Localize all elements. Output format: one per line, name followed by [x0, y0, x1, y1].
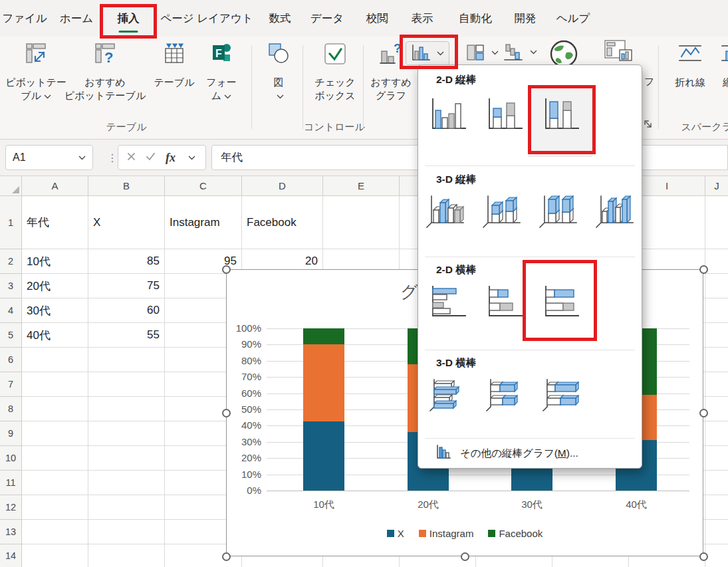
chart-resize-handle[interactable]: [699, 409, 708, 417]
menu-tab-10[interactable]: 開発: [515, 0, 537, 37]
cell-A7[interactable]: [22, 372, 88, 397]
insert-statistic-chart-button[interactable]: [503, 42, 537, 62]
cell-B7[interactable]: [88, 372, 165, 397]
col-header-C[interactable]: C: [165, 176, 242, 196]
chart-type-bar2d-clustered[interactable]: [426, 281, 469, 322]
chart-type-col3d-column[interactable]: [594, 190, 636, 231]
bar-segment-Facebook-10代[interactable]: [303, 328, 344, 344]
col-header-D[interactable]: D: [242, 176, 323, 196]
cell-A8[interactable]: [22, 397, 88, 421]
menu-tab-4[interactable]: ページ レイアウト: [160, 0, 253, 37]
menu-tab-1[interactable]: ファイル: [2, 0, 47, 37]
cell-D1[interactable]: Facebook: [242, 196, 323, 249]
pivottable-button[interactable]: ピボットテーブル: [7, 40, 65, 136]
cell-B13[interactable]: [88, 520, 165, 544]
cell-J8[interactable]: [705, 397, 728, 421]
chart-type-bar3d-100[interactable]: [539, 374, 582, 415]
name-box[interactable]: A1: [5, 145, 93, 170]
chart-resize-handle[interactable]: [222, 552, 231, 561]
chart-legend[interactable]: XInstagramFacebook: [227, 528, 703, 539]
menu-tab-5[interactable]: 数式: [269, 0, 291, 37]
cell-J14[interactable]: [705, 544, 728, 567]
cell-J12[interactable]: [705, 495, 728, 520]
cell-A3[interactable]: 20代: [22, 274, 88, 298]
cell-J13[interactable]: [705, 520, 728, 544]
cell-E1[interactable]: [323, 196, 400, 249]
chart-resize-handle[interactable]: [222, 409, 231, 417]
cell-A5[interactable]: 40代: [22, 323, 88, 348]
row-header-2[interactable]: 2: [0, 249, 22, 274]
pivotchart-button[interactable]: [602, 38, 634, 66]
select-all-button[interactable]: [0, 176, 22, 196]
chart-type-bar3d-clustered[interactable]: [426, 374, 469, 415]
cell-J4[interactable]: [705, 298, 728, 323]
cell-B8[interactable]: [88, 397, 165, 421]
more-column-charts-item[interactable]: その他の縦棒グラフ(M)...: [418, 441, 642, 465]
cell-B5[interactable]: 55: [88, 323, 165, 348]
legend-item-Instagram[interactable]: Instagram: [419, 528, 474, 539]
row-header-10[interactable]: 10: [0, 446, 22, 471]
chart-resize-handle[interactable]: [461, 552, 469, 561]
enter-icon[interactable]: [146, 152, 156, 164]
chart-type-bar2d-stacked[interactable]: [483, 281, 525, 322]
chart-type-col3d-100[interactable]: [537, 190, 580, 231]
row-header-6[interactable]: 6: [0, 348, 22, 372]
cell-B4[interactable]: 60: [88, 298, 165, 323]
illustrations-button[interactable]: 図: [259, 40, 298, 136]
cell-A2[interactable]: 10代: [22, 249, 88, 274]
cell-J7[interactable]: [705, 372, 728, 397]
cell-J2[interactable]: [705, 249, 728, 274]
chart-type-bar3d-stacked[interactable]: [483, 374, 525, 415]
chart-resize-handle[interactable]: [699, 552, 708, 561]
row-header-11[interactable]: 11: [0, 471, 22, 495]
row-header-4[interactable]: 4: [0, 298, 22, 323]
cell-J3[interactable]: [705, 274, 728, 298]
row-header-14[interactable]: 14: [0, 544, 22, 567]
legend-item-X[interactable]: X: [387, 528, 404, 539]
chart-type-col2d-clustered[interactable]: [426, 94, 469, 135]
chart-resize-handle[interactable]: [222, 265, 231, 274]
row-header-5[interactable]: 5: [0, 323, 22, 348]
cell-A14[interactable]: [22, 544, 88, 567]
cell-A10[interactable]: [22, 446, 88, 471]
cell-A4[interactable]: 30代: [22, 298, 88, 323]
formula-bar-grip[interactable]: ⋮: [107, 145, 118, 170]
cell-B1[interactable]: X: [88, 196, 165, 249]
row-header-8[interactable]: 8: [0, 397, 22, 421]
cell-B11[interactable]: [88, 471, 165, 495]
cell-J10[interactable]: [705, 446, 728, 471]
cell-A12[interactable]: [22, 495, 88, 520]
menu-tab-7[interactable]: 校閲: [366, 0, 388, 37]
cell-B3[interactable]: 75: [88, 274, 165, 298]
cell-B2[interactable]: 85: [88, 249, 165, 274]
charts-dialog-launcher-icon[interactable]: [644, 120, 653, 129]
chart-type-col3d-clustered[interactable]: [424, 190, 467, 231]
cell-B6[interactable]: [88, 348, 165, 372]
cell-A6[interactable]: [22, 348, 88, 372]
cell-J6[interactable]: [705, 348, 728, 372]
col-header-J[interactable]: J: [705, 176, 728, 196]
forms-button[interactable]: F フォーム: [201, 40, 242, 136]
cell-B10[interactable]: [88, 446, 165, 471]
cell-B9[interactable]: [88, 421, 165, 446]
cell-A11[interactable]: [22, 471, 88, 495]
row-header-12[interactable]: 12: [0, 495, 22, 520]
cell-B14[interactable]: [88, 544, 165, 567]
row-header-3[interactable]: 3: [0, 274, 22, 298]
row-header-13[interactable]: 13: [0, 520, 22, 544]
menu-tab-9[interactable]: 自動化: [459, 0, 492, 37]
cell-A9[interactable]: [22, 421, 88, 446]
bar-segment-X-10代[interactable]: [303, 421, 344, 491]
legend-item-Facebook[interactable]: Facebook: [488, 528, 543, 539]
row-header-7[interactable]: 7: [0, 372, 22, 397]
col-header-E[interactable]: E: [323, 176, 400, 196]
cell-A13[interactable]: [22, 520, 88, 544]
row-header-1[interactable]: 1: [0, 196, 22, 249]
table-button[interactable]: テーブル: [149, 40, 199, 136]
cell-A1[interactable]: 年代: [22, 196, 88, 249]
cell-J1[interactable]: [705, 196, 728, 249]
bar-segment-Instagram-10代[interactable]: [303, 344, 344, 421]
chart-type-col2d-stacked[interactable]: [483, 94, 525, 135]
cell-B12[interactable]: [88, 495, 165, 520]
chart-type-col3d-stacked[interactable]: [481, 190, 523, 231]
